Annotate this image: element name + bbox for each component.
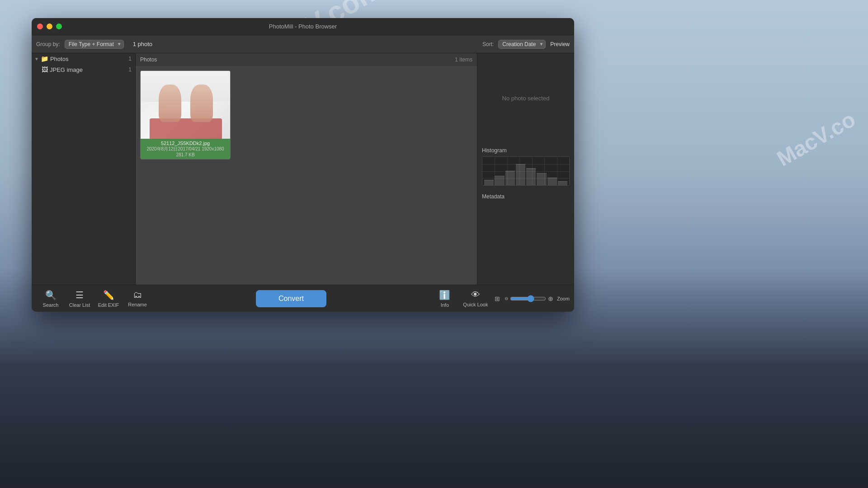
histogram-title: Histogram: [482, 147, 570, 154]
browser-item-count: 1 items: [455, 56, 472, 63]
main-content: ▼ 📁 Photos 1 🖼 JPEG image 1 Photos 1 ite…: [32, 53, 574, 285]
right-tools: ℹ️ Info 👁 Quick Look ⊞ ⊖ ⊕ Zoom: [430, 287, 570, 310]
v-line-5: [544, 157, 545, 185]
info-icon: ℹ️: [439, 290, 450, 300]
traffic-lights: [37, 23, 62, 29]
preview-button[interactable]: Preview: [550, 41, 570, 47]
rename-label: Rename: [128, 302, 147, 307]
photo-red-element: [150, 118, 222, 139]
sort-label: Sort:: [482, 41, 494, 47]
photo-meta: 2020年8月12日2017/04/21 868x488 281.7 KB: [143, 146, 227, 157]
grid-view-button[interactable]: ⊞: [492, 293, 503, 304]
figure-left: [159, 84, 181, 122]
maximize-button[interactable]: [56, 23, 62, 29]
sort-select[interactable]: Creation Date: [498, 40, 546, 49]
no-photo-text: No photo selected: [502, 95, 550, 102]
info-button[interactable]: ℹ️ Info: [430, 287, 459, 310]
browser-header: Photos 1 items: [136, 53, 477, 66]
zoom-label: Zoom: [557, 296, 570, 301]
photo-image: [141, 71, 231, 139]
clear-list-label: Clear List: [69, 302, 90, 308]
search-label: Search: [43, 302, 59, 308]
edit-exif-button[interactable]: ✏️ Edit EXIF: [94, 287, 123, 310]
clear-list-icon: ☰: [75, 290, 84, 300]
group-by-select[interactable]: File Type + Format: [65, 40, 124, 49]
file-icon: 🖼: [42, 66, 48, 73]
histogram-grid-lines: [482, 157, 569, 185]
photo-bg-top: [141, 71, 231, 102]
preview-area: No photo selected: [477, 53, 574, 144]
rename-icon: 🗂: [133, 290, 142, 300]
v-line-4: [532, 157, 533, 185]
expand-icon: ▼: [34, 56, 39, 61]
photo-filename: 52112_JS5KDDk2.jpg: [143, 141, 227, 146]
histogram-chart: [482, 156, 570, 186]
sidebar-item-photos[interactable]: ▼ 📁 Photos 1: [32, 53, 135, 64]
close-button[interactable]: [37, 23, 43, 29]
app-window: PhotoMill - Photo Browser Group by: File…: [32, 18, 574, 312]
h-line-2: [482, 171, 569, 172]
h-line-3: [482, 178, 569, 178]
v-line-2: [507, 157, 508, 185]
title-bar: PhotoMill - Photo Browser: [32, 18, 574, 35]
info-label: Info: [441, 302, 449, 308]
photo-info-bar: 52112_JS5KDDk2.jpg 2020年8月12日2017/04/21 …: [141, 139, 230, 159]
zoom-slider[interactable]: [510, 295, 546, 302]
h-line-1: [482, 164, 569, 164]
minimize-button[interactable]: [47, 23, 52, 29]
metadata-title: Metadata: [482, 193, 570, 200]
sidebar-item-jpeg[interactable]: 🖼 JPEG image 1: [32, 64, 135, 75]
browser-section-label: Photos: [140, 56, 455, 63]
quick-look-label: Quick Look: [463, 302, 488, 307]
rename-button[interactable]: 🗂 Rename: [123, 287, 152, 310]
toolbar: Group by: File Type + Format ▼ 1 photo S…: [32, 35, 574, 53]
convert-btn-wrapper: Convert: [152, 290, 430, 307]
folder-icon: 📁: [41, 55, 48, 62]
sidebar-photos-label: Photos: [50, 56, 68, 62]
metadata-section: Metadata: [477, 190, 574, 285]
photo-count: 1 photo: [128, 41, 478, 47]
convert-button[interactable]: Convert: [256, 290, 326, 307]
photo-browser: Photos 1 items 52112_JS: [136, 53, 477, 285]
sidebar-jpeg-count: 1: [128, 66, 132, 73]
right-panel: No photo selected Histogram: [477, 53, 574, 285]
clear-list-button[interactable]: ☰ Clear List: [65, 287, 94, 310]
v-line-3: [519, 157, 520, 185]
sidebar-jpeg-label: JPEG image: [50, 66, 83, 73]
zoom-out-icon: ⊖: [505, 296, 508, 301]
sort-select-wrapper: Creation Date ▼: [498, 40, 546, 49]
figure-right: [190, 84, 213, 122]
v-line-6: [557, 157, 557, 185]
v-line-1: [495, 157, 495, 185]
bottom-toolbar: 🔍 Search ☰ Clear List ✏️ Edit EXIF 🗂 Ren…: [32, 285, 574, 312]
edit-exif-label: Edit EXIF: [98, 302, 119, 308]
photo-grid: 52112_JS5KDDk2.jpg 2020年8月12日2017/04/21 …: [136, 66, 477, 285]
zoom-area: ⊖ ⊕ Zoom: [505, 295, 570, 302]
search-button[interactable]: 🔍 Search: [36, 287, 65, 310]
window-title: PhotoMill - Photo Browser: [269, 23, 337, 30]
quick-look-icon: 👁: [471, 290, 480, 300]
photo-sim: [141, 71, 231, 139]
sidebar: ▼ 📁 Photos 1 🖼 JPEG image 1: [32, 53, 136, 285]
photo-thumbnail[interactable]: 52112_JS5KDDk2.jpg 2020年8月12日2017/04/21 …: [140, 70, 231, 160]
edit-exif-icon: ✏️: [103, 290, 114, 300]
group-by-label: Group by:: [36, 41, 60, 47]
zoom-in-icon: ⊕: [548, 295, 553, 302]
quick-look-button[interactable]: 👁 Quick Look: [461, 287, 490, 310]
histogram-section: Histogram: [477, 144, 574, 190]
group-by-select-wrapper: File Type + Format ▼: [65, 40, 124, 49]
sidebar-photos-count: 1: [128, 56, 132, 62]
search-icon: 🔍: [45, 290, 57, 300]
